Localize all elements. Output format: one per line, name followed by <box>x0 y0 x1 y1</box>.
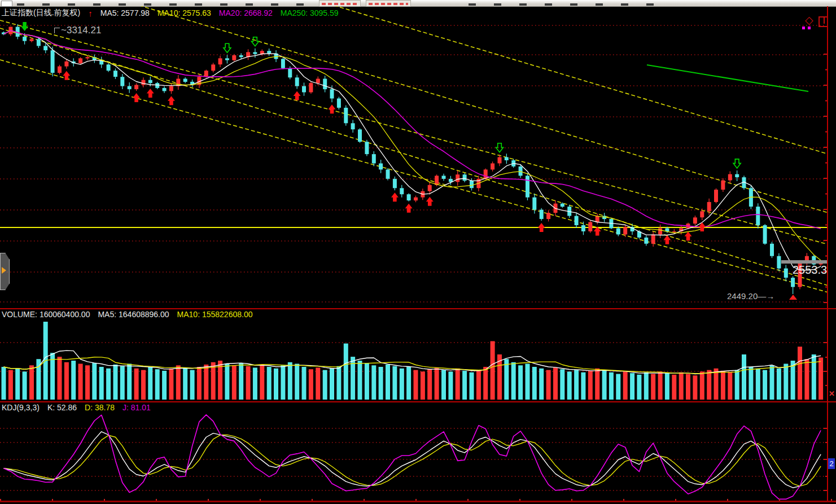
last-price-label: 2553.3 <box>793 264 827 277</box>
flag-icon <box>54 28 60 33</box>
menu-items-cutoff[interactable] <box>17 3 310 6</box>
volume-ma5-value: MA5: 164608896.00 <box>98 310 169 319</box>
right-axis-strip: ✕ 2 <box>827 6 836 501</box>
time-axis[interactable] <box>0 501 836 502</box>
main-chart-canvas[interactable] <box>0 6 828 308</box>
volume-pane: VOLUME: 160060400.00 MA5: 164608896.00 M… <box>0 309 836 401</box>
kdj-chart-canvas[interactable] <box>0 402 828 501</box>
marker-dot <box>808 27 811 29</box>
signal-up-arrow-icon: ↑ <box>88 8 93 18</box>
pane-divider[interactable] <box>0 401 836 402</box>
close-indicator-icon[interactable]: ✕ <box>829 389 835 398</box>
kdj-j-value: J: 81.01 <box>122 403 151 412</box>
main-chart-pane: 上证指数(日线.前复权) ↑ MA5: 2577.98 MA10: 2575.6… <box>0 6 836 308</box>
low-annotation: 2449.20—→ <box>727 291 774 301</box>
volume-value: VOLUME: 160060400.00 <box>2 310 90 319</box>
expand-arrow-icon <box>2 267 6 274</box>
volume-ma10-value: MA10: 155822608.00 <box>177 310 253 319</box>
volume-chart-canvas[interactable] <box>0 309 828 401</box>
ma250-value: MA250: 3095.59 <box>281 8 339 17</box>
low-marker-triangle-icon <box>789 295 797 300</box>
kdj-label[interactable]: KDJ(9,3,3) <box>2 403 40 412</box>
page-badge[interactable]: 2 <box>828 458 835 469</box>
ma5-value: MA5: 2577.98 <box>100 8 150 17</box>
ma10-value: MA10: 2575.63 <box>157 8 211 17</box>
marker-dot <box>802 27 805 29</box>
low-arrow-icon: —→ <box>758 291 774 301</box>
kdj-d-value: D: 38.78 <box>85 403 115 412</box>
instrument-title[interactable]: 上证指数(日线.前复权) <box>2 8 80 18</box>
trading-app-window: { "main_header": { "title": "上证指数(日线.前复权… <box>0 0 836 504</box>
kdj-pane: KDJ(9,3,3) K: 52.86 D: 38.78 J: 81.01 <box>0 402 836 501</box>
peak-annotation: ~3314.21 <box>54 25 101 36</box>
sidebar-flyout-handle[interactable] <box>0 253 10 290</box>
ma20-value: MA20: 2668.92 <box>219 8 273 17</box>
kdj-k-value: K: 52.86 <box>47 403 77 412</box>
diamond-icon[interactable]: ◇ <box>805 14 813 27</box>
menu-items-cutoff-right[interactable] <box>469 3 666 6</box>
pane-divider[interactable] <box>0 308 836 309</box>
